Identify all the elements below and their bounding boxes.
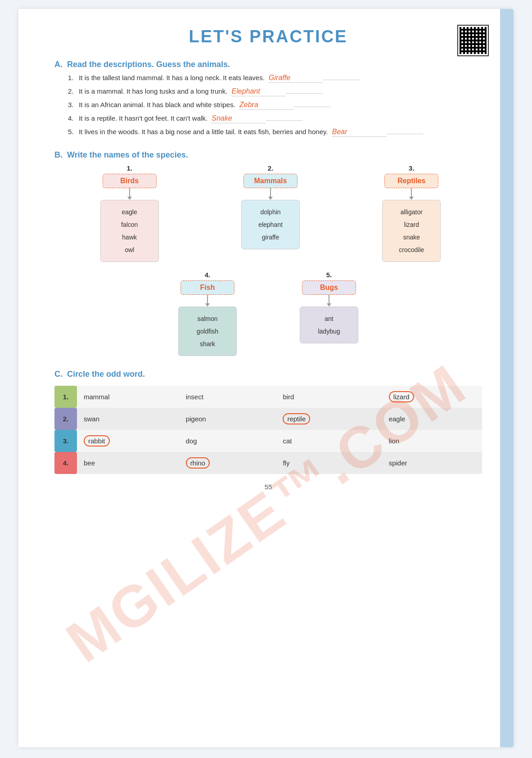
item-text: It lives in the woods. It has a big nose… [77,128,482,137]
species-label: Fish [180,280,234,295]
section-a-instruction: Read the descriptions. Guess the animals… [67,60,230,69]
species-item: falcon [110,218,149,231]
species-items-box: salmongoldfishshark [178,307,237,356]
species-label: Bugs [302,280,356,295]
species-items-box: alligatorlizardsnakecrocodile [382,200,441,262]
species-item: snake [392,231,431,244]
answer-text: Snake [212,114,266,123]
row-number: 1. [54,386,77,408]
description-item: 5. It lives in the woods. It has a big n… [54,128,482,137]
species-connector [270,188,271,197]
species-items-box: dolphinelephantgiraffe [241,200,300,249]
section-b-header: B. Write the names of the species. [54,150,482,160]
word-cell: bee [77,452,179,474]
species-item: lizard [392,218,431,231]
species-item: ant [309,312,349,325]
table-row: 1.mammalinsectbirdlizard [54,386,482,408]
species-item: giraffe [251,231,290,244]
answer-line [266,120,302,121]
species-connector [329,295,329,304]
circled-word: rhino [186,457,210,469]
word-cell: reptile [276,408,382,430]
word-cell: dog [179,430,276,452]
table-row: 2.swanpigeonreptileeagle [54,408,482,430]
blue-strip [500,9,514,747]
answer-text: Elephant [232,87,286,96]
species-item: shark [188,338,227,350]
section-c: C. Circle the odd word. 1.mammalinsectbi… [54,370,482,474]
section-c-header: C. Circle the odd word. [54,370,482,379]
item-number: 5. [68,128,77,135]
table-row: 3.rabbitdogcatlion [54,430,482,452]
section-a: A. Read the descriptions. Guess the anim… [54,60,482,137]
species-item: ladybug [309,325,349,338]
word-cell: lizard [382,386,482,408]
species-connector [129,188,130,197]
word-cell: pigeon [179,408,276,430]
page-container: LET'S PRACTICE A. Read the descriptions.… [18,9,514,747]
species-item: elephant [251,218,290,231]
word-cell: mammal [77,386,179,408]
answer-line [324,80,360,80]
section-c-letter: C. [54,370,63,379]
circled-word: lizard [389,391,414,402]
description-item: 3. It is an African animal. It has black… [54,101,482,110]
word-cell: rabbit [77,430,179,452]
section-b: B. Write the names of the species. 1. Bi… [54,150,482,356]
species-item: hawk [110,231,149,244]
species-item: owl [110,244,149,256]
species-connector [207,295,208,304]
item-text: It is an African animal. It has black an… [77,101,482,110]
item-text: It is a reptile. It hasn't got feet. It … [77,114,482,123]
answer-line [387,134,423,134]
item-text: It is the tallest land mammal. It has a … [77,74,482,83]
species-item: eagle [110,206,149,218]
section-a-letter: A. [54,60,63,69]
description-item: 4. It is a reptile. It hasn't got feet. … [54,114,482,123]
section-a-header: A. Read the descriptions. Guess the anim… [54,60,482,69]
row-number: 2. [54,408,77,430]
odd-word-tbody: 1.mammalinsectbirdlizard2.swanpigeonrept… [54,386,482,474]
word-cell: lion [382,430,482,452]
species-items-box: eaglefalconhawkowl [100,200,159,262]
row-number: 4. [54,452,77,474]
species-number: 4. [205,271,211,279]
answer-line [287,93,323,94]
species-group: 4. Fish salmongoldfishshark [178,271,237,356]
item-number: 4. [68,114,77,122]
species-group: 2. Mammals dolphinelephantgiraffe [241,164,300,262]
species-item: salmon [188,312,227,325]
table-row: 4.beerhinoflyspider [54,452,482,474]
species-label: Mammals [243,174,298,188]
odd-word-table: 1.mammalinsectbirdlizard2.swanpigeonrept… [54,386,482,474]
qr-code [457,25,489,56]
section-c-instruction: Circle the odd word. [67,370,145,379]
section-b-letter: B. [54,150,63,160]
item-number: 2. [68,87,77,95]
answer-text: Bear [332,128,386,137]
item-number: 3. [68,101,77,108]
word-cell: rhino [179,452,276,474]
answer-text: Zebra [239,101,293,110]
page-number: 55 [54,483,482,491]
row-number: 3. [54,430,77,452]
species-group: 5. Bugs antladybug [300,271,358,356]
species-number: 3. [409,164,415,172]
species-label: Birds [103,174,157,188]
species-item: dolphin [251,206,290,218]
word-cell: cat [276,430,382,452]
species-item: goldfish [188,325,227,338]
description-item: 2. It is a mammal. It has long tusks and… [54,87,482,96]
species-items-box: antladybug [300,307,358,343]
answer-text: Giraffe [269,74,323,83]
species-item: crocodile [392,244,431,256]
word-cell: spider [382,452,482,474]
description-item: 1. It is the tallest land mammal. It has… [54,74,482,83]
item-number: 1. [68,74,77,81]
species-group: 1. Birds eaglefalconhawkowl [100,164,159,262]
species-number: 1. [126,164,132,172]
section-b-instruction: Write the names of the species. [67,150,188,160]
species-label: Reptiles [384,174,438,188]
section-a-items: 1. It is the tallest land mammal. It has… [54,74,482,137]
species-bottom-row: 4. Fish salmongoldfishshark 5. Bugs antl… [54,271,482,356]
